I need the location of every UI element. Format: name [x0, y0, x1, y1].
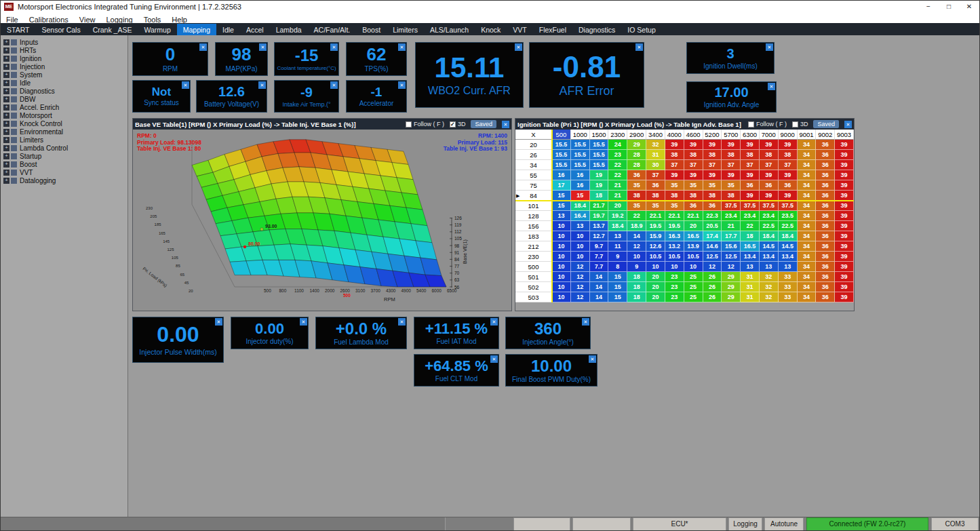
ign-cell[interactable]: 25	[684, 272, 703, 282]
ign-cell[interactable]: 13.4	[741, 252, 760, 262]
ign-cell[interactable]: 34	[798, 180, 817, 191]
ign-cell[interactable]: 29	[722, 272, 741, 282]
ign-cell[interactable]: 28	[627, 160, 646, 170]
ign-cell[interactable]: 18.4	[571, 201, 590, 211]
expand-icon[interactable]: +	[3, 121, 9, 127]
ign-cell[interactable]: 36	[760, 180, 779, 191]
ign-cell[interactable]: 39	[684, 170, 703, 180]
ign-cell[interactable]: 13	[608, 231, 627, 241]
ign-cell[interactable]: 21.7	[590, 201, 609, 211]
ign-cell[interactable]: 15.5	[571, 150, 590, 160]
ign-cell[interactable]: 34	[798, 282, 817, 292]
ign-cell[interactable]: 12.5	[722, 252, 741, 262]
ign-cell[interactable]: 10	[552, 241, 571, 252]
ign-cell[interactable]: 34	[798, 241, 817, 252]
close-icon[interactable]: ✕	[259, 43, 267, 51]
ign-cell[interactable]: 37	[665, 160, 684, 170]
ign-cell[interactable]: 39	[835, 150, 854, 160]
ign-cell[interactable]: 10	[627, 252, 646, 262]
ign-row-header-26[interactable]: 26	[515, 150, 552, 160]
ign-cell[interactable]: 35	[684, 180, 703, 191]
ign-cell[interactable]: 10	[552, 272, 571, 282]
ign-cell[interactable]: 20	[646, 272, 665, 282]
ign-cell[interactable]: 36	[816, 252, 835, 262]
close-icon[interactable]: ✕	[398, 43, 406, 51]
ign-cell[interactable]: 20	[646, 292, 665, 302]
ign-col-header-4000[interactable]: 4000	[665, 130, 684, 140]
ign-cell[interactable]: 12	[722, 262, 741, 272]
ign-cell[interactable]: 10	[552, 231, 571, 241]
close-icon[interactable]: ✕	[215, 318, 222, 326]
sidebar-item-idle[interactable]: +Idle	[1, 79, 128, 87]
ign-cell[interactable]: 35	[665, 180, 684, 191]
ve-3d-surface-plot[interactable]: 12611911210598918477706356Base VE(1)5008…	[133, 130, 511, 311]
ign-cell[interactable]: 36	[627, 170, 646, 180]
expand-icon[interactable]: +	[3, 96, 9, 102]
ign-cell[interactable]: 22.5	[779, 221, 798, 231]
ign-cell[interactable]: 9.7	[590, 241, 609, 252]
ign-row-header-230[interactable]: 230	[515, 252, 552, 262]
ign-cell[interactable]: 28	[627, 150, 646, 160]
ign-cell[interactable]: 26	[703, 292, 722, 302]
ign-cell[interactable]: 34	[798, 160, 817, 170]
ign-col-header-5700[interactable]: 5700	[722, 130, 741, 140]
ign-cell[interactable]: 36	[816, 140, 835, 150]
ign-cell[interactable]: 31	[741, 292, 760, 302]
statusbar-autotune-button[interactable]: Autotune	[764, 517, 804, 531]
ign-cell[interactable]: 12.5	[703, 252, 722, 262]
ign-cell[interactable]: 18.4	[608, 221, 627, 231]
sidebar-item-lambda-control[interactable]: +Lambda Control	[1, 144, 128, 152]
ign-cell[interactable]: 39	[722, 140, 741, 150]
ign-panel-header[interactable]: Ignition Table (Pri 1) [RPM () X Primary…	[515, 119, 854, 130]
ign-cell[interactable]: 14	[590, 292, 609, 302]
ign-cell[interactable]: 36	[741, 180, 760, 191]
ign-cell[interactable]: 34	[798, 211, 817, 221]
ign-cell[interactable]: 34	[798, 191, 817, 201]
ign-cell[interactable]: 36	[816, 292, 835, 302]
ign-cell[interactable]: 39	[835, 211, 854, 221]
ign-col-header-500[interactable]: 500	[552, 130, 571, 140]
ign-row-header-128[interactable]: 128	[515, 211, 552, 221]
tab-lambda[interactable]: Lambda	[270, 24, 308, 36]
ign-cell[interactable]: 38	[703, 150, 722, 160]
ign-cell[interactable]: 39	[665, 170, 684, 180]
ign-cell[interactable]: 22	[741, 221, 760, 231]
ign-cell[interactable]: 15.6	[722, 241, 741, 252]
sidebar-item-diagnostics[interactable]: +Diagnostics	[1, 87, 128, 95]
ign-cell[interactable]: 39	[835, 252, 854, 262]
ign-cell[interactable]: 36	[816, 241, 835, 252]
ign-cell[interactable]: 10	[552, 262, 571, 272]
ign-col-header-6300[interactable]: 6300	[741, 130, 760, 140]
ve-follow-checkbox[interactable]: Follow ( F )	[406, 121, 444, 127]
ign-cell[interactable]: 16.5	[684, 231, 703, 241]
ign-cell[interactable]: 10	[552, 292, 571, 302]
ign-col-header-4600[interactable]: 4600	[684, 130, 703, 140]
ign-cell[interactable]: 36	[816, 191, 835, 201]
ign-cell[interactable]: 38	[760, 150, 779, 160]
ign-cell[interactable]: 39	[760, 140, 779, 150]
ign-cell[interactable]: 15	[552, 191, 571, 201]
ign-cell[interactable]: 15.5	[552, 160, 571, 170]
ign-cell[interactable]: 12.6	[646, 241, 665, 252]
ign-cell[interactable]: 15	[571, 191, 590, 201]
ign-cell[interactable]: 15.5	[590, 140, 609, 150]
ign-col-header-9003[interactable]: 9003	[835, 130, 854, 140]
ign-cell[interactable]: 10.5	[665, 252, 684, 262]
ign-cell[interactable]: 36	[816, 201, 835, 211]
ign-cell[interactable]: 16.3	[665, 231, 684, 241]
expand-icon[interactable]: +	[3, 145, 9, 151]
sidebar-item-environmental[interactable]: +Environmental	[1, 127, 128, 136]
ve-3d-checkbox[interactable]: ✓ 3D	[450, 121, 466, 127]
ign-cell[interactable]: 13.4	[779, 252, 798, 262]
close-icon[interactable]: ✕	[398, 81, 406, 89]
ign-cell[interactable]: 39	[835, 221, 854, 231]
ign-cell[interactable]: 15.5	[552, 150, 571, 160]
sidebar-item-system[interactable]: +System	[1, 71, 128, 79]
ign-cell[interactable]: 15.5	[552, 140, 571, 150]
ign-cell[interactable]: 36	[816, 221, 835, 231]
close-icon[interactable]: ✕	[182, 81, 189, 89]
ign-cell[interactable]: 29	[627, 140, 646, 150]
ign-cell[interactable]: 22.5	[760, 221, 779, 231]
ign-cell[interactable]: 19.2	[608, 211, 627, 221]
tab-mapping[interactable]: Mapping	[177, 24, 216, 36]
